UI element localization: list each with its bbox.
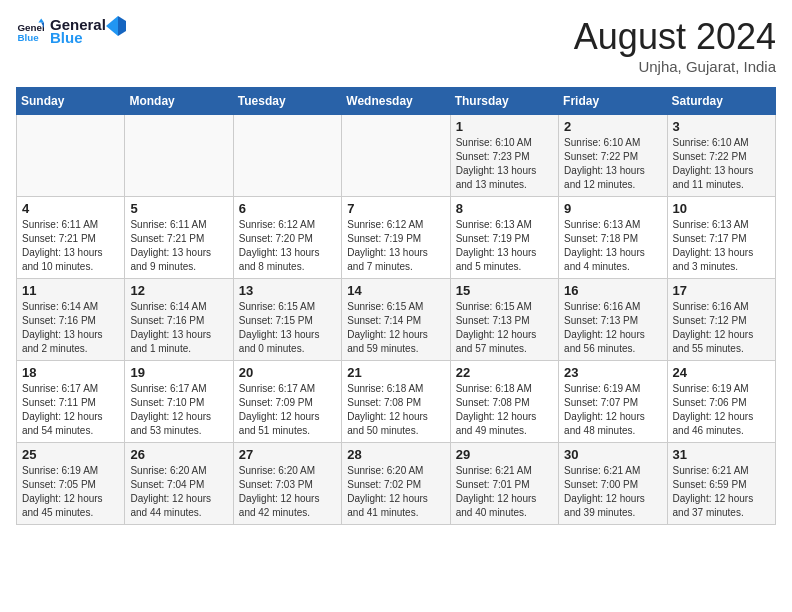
day-info: Sunrise: 6:21 AMSunset: 7:01 PMDaylight:…: [456, 464, 553, 520]
day-info: Sunrise: 6:13 AMSunset: 7:18 PMDaylight:…: [564, 218, 661, 274]
day-info: Sunrise: 6:19 AMSunset: 7:07 PMDaylight:…: [564, 382, 661, 438]
calendar-cell: 8Sunrise: 6:13 AMSunset: 7:19 PMDaylight…: [450, 197, 558, 279]
weekday-header-saturday: Saturday: [667, 88, 775, 115]
month-title: August 2024: [574, 16, 776, 58]
calendar-cell: 16Sunrise: 6:16 AMSunset: 7:13 PMDayligh…: [559, 279, 667, 361]
weekday-header-friday: Friday: [559, 88, 667, 115]
day-info: Sunrise: 6:15 AMSunset: 7:14 PMDaylight:…: [347, 300, 444, 356]
calendar-cell: 10Sunrise: 6:13 AMSunset: 7:17 PMDayligh…: [667, 197, 775, 279]
day-number: 1: [456, 119, 553, 134]
day-info: Sunrise: 6:13 AMSunset: 7:17 PMDaylight:…: [673, 218, 770, 274]
calendar-cell: 6Sunrise: 6:12 AMSunset: 7:20 PMDaylight…: [233, 197, 341, 279]
logo: General Blue General Blue: [16, 16, 126, 46]
day-number: 23: [564, 365, 661, 380]
calendar-cell: 25Sunrise: 6:19 AMSunset: 7:05 PMDayligh…: [17, 443, 125, 525]
calendar-cell: [17, 115, 125, 197]
day-number: 29: [456, 447, 553, 462]
day-info: Sunrise: 6:10 AMSunset: 7:23 PMDaylight:…: [456, 136, 553, 192]
calendar-cell: 26Sunrise: 6:20 AMSunset: 7:04 PMDayligh…: [125, 443, 233, 525]
day-info: Sunrise: 6:14 AMSunset: 7:16 PMDaylight:…: [22, 300, 119, 356]
day-info: Sunrise: 6:18 AMSunset: 7:08 PMDaylight:…: [456, 382, 553, 438]
day-number: 6: [239, 201, 336, 216]
calendar-cell: 13Sunrise: 6:15 AMSunset: 7:15 PMDayligh…: [233, 279, 341, 361]
logo-icon: General Blue: [16, 17, 44, 45]
day-info: Sunrise: 6:17 AMSunset: 7:09 PMDaylight:…: [239, 382, 336, 438]
day-number: 26: [130, 447, 227, 462]
calendar-cell: 28Sunrise: 6:20 AMSunset: 7:02 PMDayligh…: [342, 443, 450, 525]
calendar-cell: 23Sunrise: 6:19 AMSunset: 7:07 PMDayligh…: [559, 361, 667, 443]
day-number: 19: [130, 365, 227, 380]
day-info: Sunrise: 6:20 AMSunset: 7:04 PMDaylight:…: [130, 464, 227, 520]
day-info: Sunrise: 6:13 AMSunset: 7:19 PMDaylight:…: [456, 218, 553, 274]
day-number: 5: [130, 201, 227, 216]
calendar-cell: 14Sunrise: 6:15 AMSunset: 7:14 PMDayligh…: [342, 279, 450, 361]
calendar-cell: 31Sunrise: 6:21 AMSunset: 6:59 PMDayligh…: [667, 443, 775, 525]
day-number: 30: [564, 447, 661, 462]
calendar-week-3: 11Sunrise: 6:14 AMSunset: 7:16 PMDayligh…: [17, 279, 776, 361]
day-info: Sunrise: 6:10 AMSunset: 7:22 PMDaylight:…: [673, 136, 770, 192]
day-number: 15: [456, 283, 553, 298]
day-number: 18: [22, 365, 119, 380]
weekday-header-sunday: Sunday: [17, 88, 125, 115]
day-info: Sunrise: 6:11 AMSunset: 7:21 PMDaylight:…: [130, 218, 227, 274]
day-info: Sunrise: 6:17 AMSunset: 7:10 PMDaylight:…: [130, 382, 227, 438]
calendar-cell: 15Sunrise: 6:15 AMSunset: 7:13 PMDayligh…: [450, 279, 558, 361]
svg-marker-2: [38, 18, 44, 22]
calendar-cell: 19Sunrise: 6:17 AMSunset: 7:10 PMDayligh…: [125, 361, 233, 443]
weekday-header-tuesday: Tuesday: [233, 88, 341, 115]
title-block: August 2024 Unjha, Gujarat, India: [574, 16, 776, 75]
calendar-cell: [233, 115, 341, 197]
day-number: 2: [564, 119, 661, 134]
day-number: 22: [456, 365, 553, 380]
calendar-cell: 27Sunrise: 6:20 AMSunset: 7:03 PMDayligh…: [233, 443, 341, 525]
day-info: Sunrise: 6:18 AMSunset: 7:08 PMDaylight:…: [347, 382, 444, 438]
day-number: 17: [673, 283, 770, 298]
day-info: Sunrise: 6:15 AMSunset: 7:13 PMDaylight:…: [456, 300, 553, 356]
day-number: 31: [673, 447, 770, 462]
calendar-cell: 20Sunrise: 6:17 AMSunset: 7:09 PMDayligh…: [233, 361, 341, 443]
day-number: 25: [22, 447, 119, 462]
day-number: 7: [347, 201, 444, 216]
day-number: 16: [564, 283, 661, 298]
calendar-week-2: 4Sunrise: 6:11 AMSunset: 7:21 PMDaylight…: [17, 197, 776, 279]
day-number: 20: [239, 365, 336, 380]
day-info: Sunrise: 6:16 AMSunset: 7:13 PMDaylight:…: [564, 300, 661, 356]
calendar-cell: 24Sunrise: 6:19 AMSunset: 7:06 PMDayligh…: [667, 361, 775, 443]
calendar-cell: 9Sunrise: 6:13 AMSunset: 7:18 PMDaylight…: [559, 197, 667, 279]
calendar-cell: 18Sunrise: 6:17 AMSunset: 7:11 PMDayligh…: [17, 361, 125, 443]
calendar-week-4: 18Sunrise: 6:17 AMSunset: 7:11 PMDayligh…: [17, 361, 776, 443]
svg-text:Blue: Blue: [17, 32, 39, 43]
day-info: Sunrise: 6:21 AMSunset: 7:00 PMDaylight:…: [564, 464, 661, 520]
day-number: 13: [239, 283, 336, 298]
page-header: General Blue General Blue August 2024 Un…: [16, 16, 776, 75]
day-number: 28: [347, 447, 444, 462]
calendar-cell: 1Sunrise: 6:10 AMSunset: 7:23 PMDaylight…: [450, 115, 558, 197]
calendar-cell: 29Sunrise: 6:21 AMSunset: 7:01 PMDayligh…: [450, 443, 558, 525]
day-number: 11: [22, 283, 119, 298]
day-info: Sunrise: 6:14 AMSunset: 7:16 PMDaylight:…: [130, 300, 227, 356]
day-number: 4: [22, 201, 119, 216]
day-info: Sunrise: 6:21 AMSunset: 6:59 PMDaylight:…: [673, 464, 770, 520]
day-info: Sunrise: 6:11 AMSunset: 7:21 PMDaylight:…: [22, 218, 119, 274]
weekday-header-wednesday: Wednesday: [342, 88, 450, 115]
calendar-header-row: SundayMondayTuesdayWednesdayThursdayFrid…: [17, 88, 776, 115]
day-info: Sunrise: 6:12 AMSunset: 7:19 PMDaylight:…: [347, 218, 444, 274]
calendar-cell: 30Sunrise: 6:21 AMSunset: 7:00 PMDayligh…: [559, 443, 667, 525]
calendar-cell: [342, 115, 450, 197]
calendar-cell: 3Sunrise: 6:10 AMSunset: 7:22 PMDaylight…: [667, 115, 775, 197]
weekday-header-thursday: Thursday: [450, 88, 558, 115]
calendar-week-1: 1Sunrise: 6:10 AMSunset: 7:23 PMDaylight…: [17, 115, 776, 197]
calendar-cell: 2Sunrise: 6:10 AMSunset: 7:22 PMDaylight…: [559, 115, 667, 197]
calendar-week-5: 25Sunrise: 6:19 AMSunset: 7:05 PMDayligh…: [17, 443, 776, 525]
day-number: 10: [673, 201, 770, 216]
day-info: Sunrise: 6:15 AMSunset: 7:15 PMDaylight:…: [239, 300, 336, 356]
day-info: Sunrise: 6:10 AMSunset: 7:22 PMDaylight:…: [564, 136, 661, 192]
calendar-cell: 17Sunrise: 6:16 AMSunset: 7:12 PMDayligh…: [667, 279, 775, 361]
weekday-header-monday: Monday: [125, 88, 233, 115]
day-number: 12: [130, 283, 227, 298]
day-number: 9: [564, 201, 661, 216]
calendar-table: SundayMondayTuesdayWednesdayThursdayFrid…: [16, 87, 776, 525]
day-number: 8: [456, 201, 553, 216]
calendar-cell: 12Sunrise: 6:14 AMSunset: 7:16 PMDayligh…: [125, 279, 233, 361]
day-info: Sunrise: 6:19 AMSunset: 7:05 PMDaylight:…: [22, 464, 119, 520]
